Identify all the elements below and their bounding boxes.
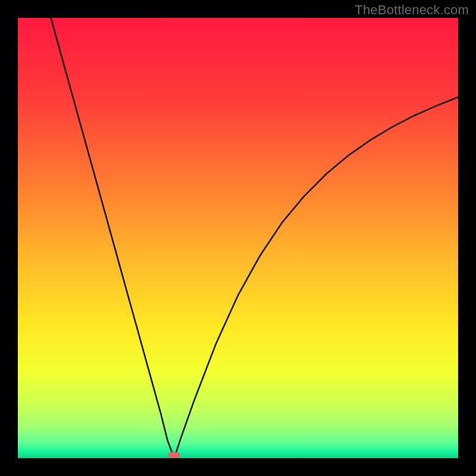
bottleneck-chart-svg: [18, 18, 458, 458]
watermark-text: TheBottleneck.com: [355, 2, 469, 18]
chart-frame: TheBottleneck.com: [0, 0, 476, 476]
plot-area: [18, 18, 458, 458]
gradient-background: [18, 18, 458, 458]
